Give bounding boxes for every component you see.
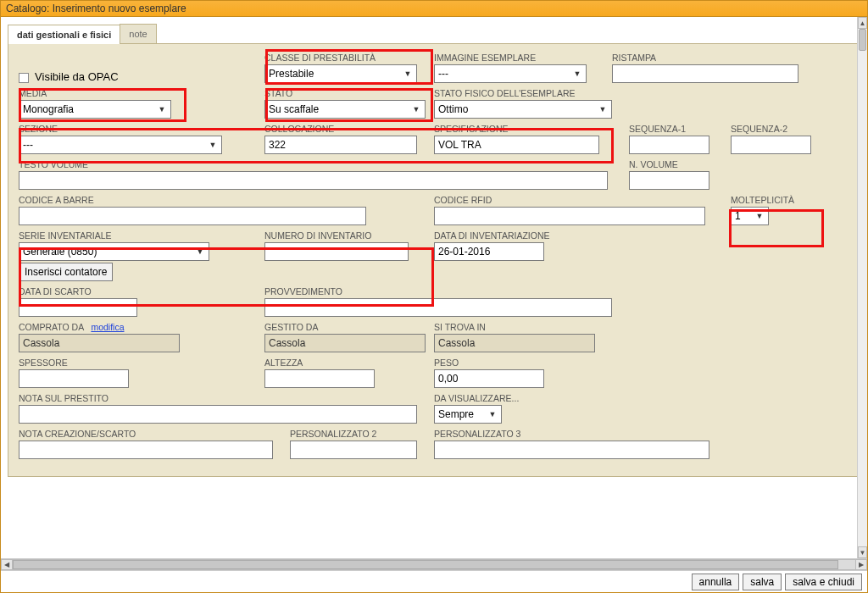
label-text: COMPRATO DA [19, 322, 84, 332]
scroll-left-icon[interactable]: ◀ [1, 559, 13, 570]
tabs: dati gestionali e fisici note [8, 24, 860, 44]
footer: annulla salva salva e chiudi [1, 570, 867, 592]
codice-barre-label: CODICE A BARRE [19, 195, 434, 205]
data-inv-input[interactable] [434, 242, 544, 261]
link-text: modifica [91, 322, 124, 332]
tab-label: dati gestionali e fisici [17, 30, 111, 40]
tab-label: note [129, 29, 147, 39]
da-visualizzare-label: DA VISUALIZZARE... [434, 393, 629, 403]
media-select[interactable]: Monografia ▼ [19, 100, 171, 119]
select-value: Prestabile [269, 68, 314, 80]
chevron-down-icon: ▼ [403, 69, 413, 78]
molteplicita-label: MOLTEPLICITÀ [731, 195, 824, 205]
scroll-right-icon[interactable]: ▶ [855, 559, 867, 570]
da-visualizzare-select[interactable]: Sempre ▼ [434, 405, 502, 424]
si-trova-in-label: SI TROVA IN [434, 322, 629, 332]
select-value: Generale (0850) [23, 246, 97, 258]
window-titlebar: Catalogo: Inserimento nuovo esemplare [0, 0, 868, 17]
nota-creaz-label: NOTA CREAZIONE/SCARTO [19, 429, 290, 439]
button-label: salva [750, 576, 774, 588]
select-value: Su scaffale [269, 103, 319, 115]
chevron-down-icon: ▼ [208, 141, 218, 149]
nota-creaz-input[interactable] [19, 441, 273, 459]
peso-input[interactable] [434, 369, 544, 388]
select-value: Sempre [438, 408, 474, 420]
num-inv-label: NUMERO DI INVENTARIO [264, 230, 434, 241]
comprato-da-label: COMPRATO DA modifica [19, 322, 264, 332]
codice-rfid-input[interactable] [434, 207, 705, 225]
hscroll-thumb[interactable] [13, 560, 838, 569]
num-inv-input[interactable] [264, 242, 409, 261]
horizontal-scrollbar[interactable]: ◀ ▶ [1, 558, 867, 570]
pers2-input[interactable] [290, 441, 417, 459]
nota-prestito-input[interactable] [19, 405, 417, 424]
sezione-select[interactable]: --- ▼ [19, 136, 222, 154]
annulla-button[interactable]: annulla [692, 574, 740, 590]
chevron-down-icon: ▼ [487, 410, 498, 418]
peso-label: PESO [434, 357, 629, 368]
sequenza1-label: SEQUENZA-1 [629, 124, 731, 134]
immagine-select[interactable]: --- ▼ [434, 64, 587, 83]
window-title: Catalogo: Inserimento nuovo esemplare [6, 3, 186, 14]
inserisci-contatore-button[interactable]: Inserisci contatore [19, 263, 113, 281]
collocazione-input[interactable] [264, 136, 417, 154]
scroll-area: dati gestionali e fisici note [1, 17, 867, 558]
tab-note[interactable]: note [120, 24, 156, 43]
codice-barre-input[interactable] [19, 207, 366, 225]
provvedimento-input[interactable] [264, 298, 612, 317]
serie-inv-select[interactable]: Generale (0850) ▼ [19, 242, 209, 261]
button-label: salva e chiudi [793, 576, 854, 588]
comprato-da-input [19, 334, 180, 352]
codice-rfid-label: CODICE RFID [434, 195, 731, 205]
button-label: annulla [699, 576, 732, 588]
si-trova-in-input [434, 334, 595, 352]
spessore-input[interactable] [19, 369, 129, 388]
tab-dati-gestionali[interactable]: dati gestionali e fisici [8, 25, 120, 44]
visibile-opac-checkbox[interactable] [19, 73, 29, 83]
scroll-up-icon[interactable]: ▲ [858, 17, 867, 29]
immagine-label: IMMAGINE ESEMPLARE [434, 53, 612, 63]
select-value: 1 [735, 210, 741, 222]
scroll-track[interactable] [858, 29, 867, 546]
button-label: Inserisci contatore [25, 266, 107, 278]
stato-select[interactable]: Su scaffale ▼ [264, 100, 426, 119]
pers2-label: PERSONALIZZATO 2 [290, 429, 434, 439]
data-scarto-input[interactable] [19, 298, 137, 317]
salva-button[interactable]: salva [743, 574, 782, 590]
scroll-thumb[interactable] [859, 29, 866, 51]
chevron-down-icon: ▼ [157, 105, 167, 114]
sequenza2-input[interactable] [731, 136, 811, 154]
specificazione-label: SPECIFICAZIONE [434, 124, 629, 134]
collocazione-label: COLLOCAZIONE [264, 124, 434, 134]
stato-fisico-label: STATO FISICO DELL'ESEMPLARE [434, 88, 629, 98]
chevron-down-icon: ▼ [411, 105, 421, 114]
chevron-down-icon: ▼ [754, 212, 765, 220]
provvedimento-label: PROVVEDIMENTO [264, 286, 629, 296]
scroll-down-icon[interactable]: ▼ [858, 546, 867, 558]
hscroll-track[interactable] [12, 559, 856, 570]
chevron-down-icon: ▼ [572, 69, 582, 78]
chevron-down-icon: ▼ [598, 105, 608, 114]
data-inv-label: DATA DI INVENTARIAZIONE [434, 230, 629, 241]
modifica-link[interactable]: modifica [91, 322, 124, 332]
spessore-label: SPESSORE [19, 357, 264, 368]
sequenza1-input[interactable] [629, 136, 709, 154]
sezione-label: SEZIONE [19, 124, 264, 134]
select-value: Ottimo [438, 103, 468, 115]
nota-prestito-label: NOTA SUL PRESTITO [19, 393, 434, 403]
specificazione-input[interactable] [434, 136, 599, 154]
altezza-input[interactable] [264, 369, 375, 388]
altezza-label: ALTEZZA [264, 357, 434, 368]
salva-e-chiudi-button[interactable]: salva e chiudi [785, 574, 862, 590]
classe-prest-select[interactable]: Prestabile ▼ [264, 64, 417, 83]
molteplicita-select[interactable]: 1 ▼ [731, 207, 769, 225]
pers3-input[interactable] [434, 441, 709, 459]
n-volume-input[interactable] [629, 171, 709, 190]
chevron-down-icon: ▼ [195, 247, 205, 256]
testo-volume-input[interactable] [19, 171, 608, 190]
gestito-da-input [264, 334, 426, 352]
stato-fisico-select[interactable]: Ottimo ▼ [434, 100, 612, 119]
sequenza2-label: SEQUENZA-2 [731, 124, 824, 134]
vertical-scrollbar[interactable]: ▲ ▼ [857, 17, 867, 558]
ristampa-input[interactable] [612, 64, 798, 83]
